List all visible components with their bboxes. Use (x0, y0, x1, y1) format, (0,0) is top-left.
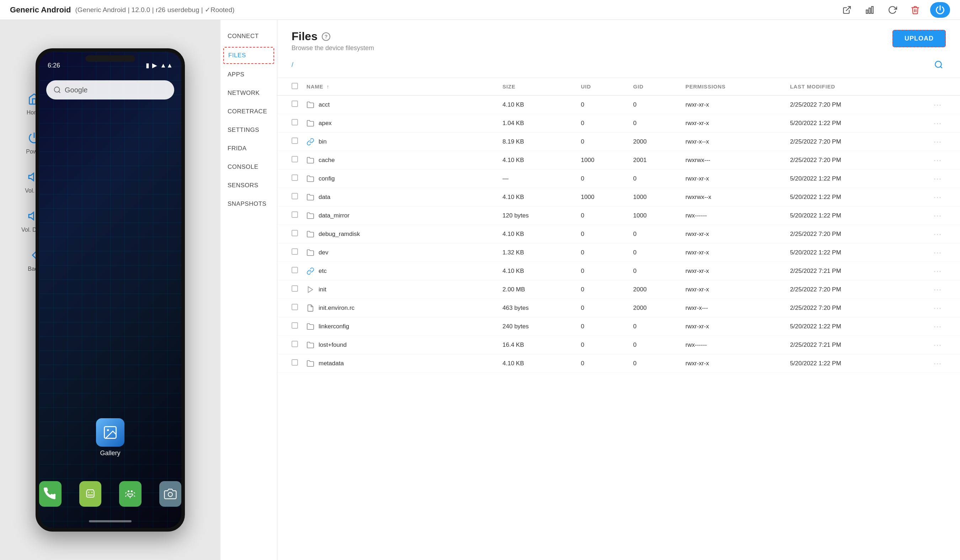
upload-button[interactable]: UPLOAD (893, 30, 946, 47)
row-actions[interactable]: ··· (930, 225, 960, 243)
file-permissions: rwxr-xr-x (681, 243, 786, 262)
th-last-modified[interactable]: LAST MODIFIED (786, 78, 930, 96)
breadcrumb[interactable]: / (291, 61, 293, 69)
nav-settings[interactable]: SETTINGS (221, 121, 277, 139)
row-checkbox[interactable] (291, 286, 298, 292)
row-checkbox[interactable] (291, 156, 298, 163)
file-gid: 1000 (629, 206, 681, 225)
gallery-icon (96, 418, 125, 447)
row-checkbox[interactable] (291, 267, 298, 273)
refresh-button[interactable] (885, 2, 900, 18)
table-row[interactable]: apex1.04 KB00rwxr-xr-x5/20/2022 1:22 PM·… (277, 114, 960, 132)
row-actions[interactable]: ··· (930, 96, 960, 114)
th-checkbox (277, 78, 302, 96)
nav-frida[interactable]: FRIDA (221, 139, 277, 158)
file-gid: 0 (629, 336, 681, 354)
table-row[interactable]: etc4.10 KB00rwxr-xr-x2/25/2022 7:21 PM··… (277, 262, 960, 280)
table-row[interactable]: config—00rwxr-xr-x5/20/2022 1:22 PM··· (277, 169, 960, 188)
row-checkbox[interactable] (291, 211, 298, 218)
row-checkbox[interactable] (291, 193, 298, 199)
row-actions[interactable]: ··· (930, 206, 960, 225)
file-size: — (498, 169, 577, 188)
device-info: (Generic Android | 12.0.0 | r26 userdebu… (75, 6, 235, 14)
gallery-app[interactable]: Gallery (96, 418, 125, 457)
file-gid: 0 (629, 225, 681, 243)
row-checkbox[interactable] (291, 304, 298, 310)
row-actions[interactable]: ··· (930, 280, 960, 299)
table-row[interactable]: lost+found16.4 KB00rwx------2/25/2022 7:… (277, 336, 960, 354)
table-row[interactable]: data_mirror120 bytes01000rwx------5/20/2… (277, 206, 960, 225)
file-permissions: rwxr-x--x (681, 132, 786, 151)
table-row[interactable]: acct4.10 KB00rwxr-xr-x2/25/2022 7:20 PM·… (277, 96, 960, 114)
row-checkbox[interactable] (291, 137, 298, 144)
row-checkbox[interactable] (291, 174, 298, 181)
file-name: init.environ.rc (307, 304, 494, 312)
row-checkbox[interactable] (291, 119, 298, 125)
row-actions[interactable]: ··· (930, 262, 960, 280)
svg-rect-2 (869, 8, 870, 13)
nav-apps[interactable]: APPS (221, 65, 277, 84)
file-search-button[interactable] (931, 57, 946, 72)
table-row[interactable]: linkerconfig240 bytes00rwxr-xr-x5/20/202… (277, 317, 960, 336)
files-panel: Files ? Browse the device filesystem UPL… (277, 20, 960, 560)
row-checkbox[interactable] (291, 248, 298, 255)
power-button[interactable] (930, 2, 950, 18)
file-size: 1.04 KB (498, 114, 577, 132)
table-row[interactable]: metadata4.10 KB00rwxr-xr-x5/20/2022 1:22… (277, 354, 960, 373)
row-actions[interactable]: ··· (930, 336, 960, 354)
file-uid: 1000 (577, 151, 629, 169)
th-uid[interactable]: UID (577, 78, 629, 96)
row-actions[interactable]: ··· (930, 114, 960, 132)
file-uid: 0 (577, 354, 629, 373)
th-gid[interactable]: GID (629, 78, 681, 96)
svg-marker-9 (29, 212, 34, 220)
table-row[interactable]: debug_ramdisk4.10 KB00rwxr-xr-x2/25/2022… (277, 225, 960, 243)
nav-snapshots[interactable]: SNAPSHOTS (221, 195, 277, 213)
th-permissions[interactable]: PERMISSIONS (681, 78, 786, 96)
row-actions[interactable]: ··· (930, 317, 960, 336)
row-actions[interactable]: ··· (930, 243, 960, 262)
row-actions[interactable]: ··· (930, 132, 960, 151)
row-checkbox[interactable] (291, 341, 298, 347)
nav-coretrace[interactable]: CORETRACE (221, 102, 277, 121)
row-actions[interactable]: ··· (930, 354, 960, 373)
header-checkbox[interactable] (291, 83, 298, 89)
row-checkbox[interactable] (291, 230, 298, 236)
nav-connect[interactable]: CONNECT (221, 27, 277, 45)
delete-button[interactable] (907, 2, 923, 18)
file-permissions: rwxrwx--- (681, 151, 786, 169)
table-row[interactable]: init.environ.rc463 bytes02000rwxr-x---2/… (277, 299, 960, 317)
dock-phone[interactable] (39, 481, 61, 507)
dock-camera[interactable] (159, 481, 182, 507)
table-row[interactable]: data4.10 KB10001000rwxrwx--x5/20/2022 1:… (277, 188, 960, 206)
table-row[interactable]: init2.00 MB02000rwxr-xr-x2/25/2022 7:20 … (277, 280, 960, 299)
table-row[interactable]: bin8.19 KB02000rwxr-x--x2/25/2022 7:20 P… (277, 132, 960, 151)
table-row[interactable]: dev1.32 KB00rwxr-xr-x5/20/2022 1:22 PM··… (277, 243, 960, 262)
nav-console[interactable]: CONSOLE (221, 158, 277, 176)
row-actions[interactable]: ··· (930, 188, 960, 206)
th-size[interactable]: SIZE (498, 78, 577, 96)
nav-sensors[interactable]: SENSORS (221, 176, 277, 195)
row-actions[interactable]: ··· (930, 151, 960, 169)
nav-files[interactable]: FILES (223, 47, 274, 64)
nav-network[interactable]: NETWORK (221, 84, 277, 102)
row-checkbox[interactable] (291, 322, 298, 329)
dock-debug[interactable] (119, 481, 141, 507)
phone-search-bar[interactable]: Google (46, 80, 174, 99)
table-row[interactable]: cache4.10 KB10002001rwxrwx---2/25/2022 7… (277, 151, 960, 169)
external-link-button[interactable] (839, 2, 855, 18)
row-checkbox[interactable] (291, 359, 298, 365)
file-uid: 0 (577, 114, 629, 132)
row-actions[interactable]: ··· (930, 299, 960, 317)
row-checkbox[interactable] (291, 101, 298, 107)
th-name[interactable]: NAME ↑ (302, 78, 498, 96)
dock-android[interactable] (79, 481, 102, 507)
file-permissions: rwxr-xr-x (681, 280, 786, 299)
row-actions[interactable]: ··· (930, 169, 960, 188)
topbar-right (839, 2, 950, 18)
help-icon[interactable]: ? (322, 32, 330, 41)
file-size: 4.10 KB (498, 354, 577, 373)
phone-screen[interactable]: 6:26 ▮ ▶ ▲▲ Google (39, 52, 181, 528)
file-gid: 2000 (629, 299, 681, 317)
metrics-button[interactable] (862, 2, 877, 18)
